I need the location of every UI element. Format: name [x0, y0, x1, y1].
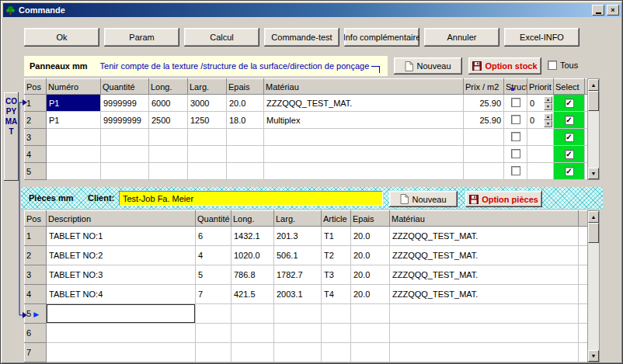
option-stock-button[interactable]: Option stock [468, 57, 541, 75]
cell-materiau[interactable] [390, 324, 579, 343]
struct-checkbox[interactable] [511, 98, 520, 107]
row-gutter[interactable]: 2 [25, 246, 47, 265]
cell-materiau[interactable] [264, 129, 464, 146]
cell-article[interactable] [322, 343, 351, 362]
cell-quantite[interactable] [196, 324, 231, 343]
cell-materiau[interactable]: ZZZQQQ_TEST_MAT. [264, 95, 464, 112]
cell-larg[interactable] [188, 146, 227, 163]
cell-long[interactable]: 421.5 [231, 285, 274, 304]
cell-long[interactable]: 2500 [149, 112, 188, 129]
cell-numero[interactable] [47, 163, 101, 180]
cell-quantite[interactable]: 99999999 [101, 112, 149, 129]
cell-article[interactable] [322, 304, 351, 324]
row-gutter[interactable]: 5▶ [25, 304, 47, 324]
panels-scrollbar[interactable]: ▲ ▼ [587, 78, 600, 180]
cell-prix[interactable]: 25.90 [464, 112, 504, 129]
cell-numero[interactable]: P1 [47, 95, 101, 112]
cell-epais[interactable] [227, 146, 264, 163]
row-gutter[interactable]: 7 [25, 343, 47, 362]
cell-description[interactable] [47, 343, 196, 362]
cell-long[interactable]: 6000 [149, 95, 188, 112]
option-pieces-button[interactable]: Option pièces [465, 191, 542, 207]
select-checkbox[interactable]: ✓ [565, 133, 574, 142]
cell-larg[interactable]: 3000 [188, 95, 227, 112]
cell-quantite[interactable]: 7 [196, 285, 231, 304]
param-button[interactable]: Param [104, 28, 179, 47]
cell-description[interactable]: TABLET NO:1 [47, 227, 196, 246]
cell-description[interactable] [47, 324, 196, 343]
struct-checkbox[interactable] [511, 166, 520, 175]
cell-epais[interactable] [227, 163, 264, 180]
cell-long[interactable]: 1432.1 [231, 227, 274, 246]
cell-prix[interactable] [464, 129, 504, 146]
cell-materiau[interactable] [264, 163, 464, 180]
cell-long[interactable] [231, 343, 274, 362]
cell-long[interactable] [149, 146, 188, 163]
cell-epais[interactable]: 18.0 [227, 112, 264, 129]
row-gutter[interactable]: 4 [25, 146, 47, 163]
spin-down-icon[interactable]: ▼ [544, 103, 552, 110]
cell-long[interactable]: 1020.0 [231, 246, 274, 265]
row-gutter[interactable]: 5 [25, 163, 47, 180]
cell-article[interactable]: T2 [322, 246, 351, 265]
cell-materiau[interactable] [264, 146, 464, 163]
cell-quantite[interactable]: 4 [196, 246, 231, 265]
copy-mat-button[interactable]: COPY MAT [4, 92, 19, 181]
cell-numero[interactable] [47, 129, 101, 146]
cell-quantite[interactable] [196, 304, 231, 324]
calcul-button[interactable]: Calcul [184, 28, 259, 47]
cell-larg[interactable] [188, 129, 227, 146]
row-gutter[interactable]: 3 [25, 265, 47, 285]
scroll-up-icon[interactable]: ▲ [588, 79, 599, 91]
cell-epais[interactable]: 20.0 [351, 265, 390, 285]
row-gutter[interactable]: 1 [25, 227, 47, 246]
spin-up-icon[interactable]: ▲ [544, 113, 552, 120]
row-gutter[interactable]: 1 [25, 95, 47, 112]
annuler-button[interactable]: Annuler [424, 28, 499, 47]
excel-info-button[interactable]: Excel-INFO [504, 28, 579, 47]
scroll-down-icon[interactable]: ▼ [588, 350, 599, 362]
cell-quantite[interactable] [101, 163, 149, 180]
client-input[interactable] [119, 191, 383, 206]
tous-checkbox[interactable] [548, 61, 557, 70]
cell-long[interactable]: 786.8 [231, 265, 274, 285]
cell-article[interactable] [322, 324, 351, 343]
cell-numero[interactable] [47, 146, 101, 163]
spin-down-icon[interactable]: ▼ [544, 120, 552, 127]
scrollbar-thumb[interactable] [588, 223, 599, 243]
cell-long[interactable] [149, 129, 188, 146]
cell-priorit[interactable] [527, 146, 554, 163]
info-complementaire-button[interactable]: Info complémentaire [344, 28, 419, 47]
cell-description[interactable]: TABLET NO:3 [47, 265, 196, 285]
cell-epais[interactable]: 20.0 [351, 227, 390, 246]
cell-larg[interactable]: 1250 [188, 112, 227, 129]
cell-article[interactable]: T1 [322, 227, 351, 246]
cell-epais[interactable] [351, 343, 390, 362]
cell-long[interactable] [231, 324, 274, 343]
row-gutter[interactable]: 4 [25, 285, 47, 304]
row-gutter[interactable]: 2 [25, 112, 47, 129]
cell-quantite[interactable] [196, 343, 231, 362]
cell-quantite[interactable] [101, 146, 149, 163]
cell-long[interactable] [149, 163, 188, 180]
scrollbar-thumb[interactable] [588, 91, 599, 111]
cell-description[interactable]: TABLET NO:2 [47, 246, 196, 265]
spin-up-icon[interactable]: ▲ [544, 96, 552, 103]
cell-quantite[interactable]: 6 [196, 227, 231, 246]
row-gutter[interactable]: 6 [25, 324, 47, 343]
cell-materiau[interactable]: ZZZQQQ_TEST_MAT. [390, 246, 579, 265]
cell-priorit[interactable] [527, 129, 554, 146]
cell-epais[interactable]: 20.0 [351, 285, 390, 304]
commande-test-button[interactable]: Commande-test [264, 28, 339, 47]
cell-article[interactable]: T3 [322, 265, 351, 285]
cell-prix[interactable] [464, 146, 504, 163]
cell-materiau[interactable]: ZZZQQQ_TEST_MAT. [390, 227, 579, 246]
cell-larg[interactable]: 1782.7 [274, 265, 322, 285]
pieces-nouveau-button[interactable]: Nouveau [389, 191, 458, 207]
cell-article[interactable]: T4 [322, 285, 351, 304]
cell-long[interactable] [231, 304, 274, 324]
select-checkbox[interactable]: ✓ [565, 116, 574, 125]
select-checkbox[interactable]: ✓ [565, 167, 574, 176]
close-button[interactable]: × [607, 5, 619, 16]
scroll-down-icon[interactable]: ▼ [588, 168, 599, 179]
